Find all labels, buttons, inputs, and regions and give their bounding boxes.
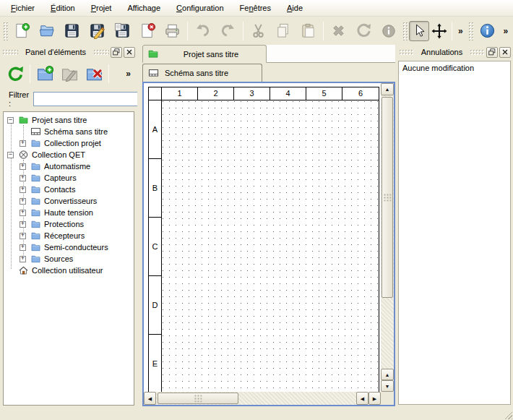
tree-item-automatisme[interactable]: Automatisme [4, 160, 134, 172]
scissors-icon [250, 22, 267, 39]
scroll-up-button[interactable] [381, 83, 394, 95]
folder-icon [30, 184, 41, 194]
scroll-down-button[interactable] [381, 380, 394, 392]
menu-edition[interactable]: Édition [43, 0, 83, 16]
menu-aide[interactable]: Aide [279, 0, 311, 16]
tree-item-protections[interactable]: Protections [4, 218, 134, 230]
scroll-right-button[interactable] [368, 392, 381, 405]
vertical-scroll-thumb[interactable] [381, 97, 393, 298]
tree-item-recepteurs[interactable]: Récepteurs [4, 230, 134, 241]
new-document-button[interactable] [9, 19, 35, 43]
expand-expander-icon[interactable] [20, 233, 26, 239]
close-document-button[interactable] [135, 19, 160, 43]
new-category-button[interactable] [33, 61, 57, 86]
schema-view: 1 2 3 4 5 6 A B C D E [142, 82, 395, 406]
cursor-arrow-icon [412, 23, 427, 38]
paste-button[interactable] [296, 19, 321, 43]
toolbar-drag-handle[interactable] [3, 22, 8, 40]
horizontal-scroll-track[interactable] [156, 392, 356, 405]
float-dock-button[interactable] [486, 47, 498, 58]
dock-splitter[interactable] [137, 45, 142, 420]
toolbar-drag-handle[interactable] [402, 22, 408, 40]
copy-button[interactable] [271, 19, 296, 43]
expand-expander-icon[interactable] [20, 187, 26, 193]
tree-item-collection-utilisateur[interactable]: Collection utilisateur [4, 265, 134, 276]
expand-expander-icon[interactable] [20, 175, 26, 181]
tree-item-schema-sans-titre[interactable]: Schéma sans titre [4, 126, 134, 137]
tree-item-convertisseurs[interactable]: Convertisseurs [4, 195, 134, 207]
scroll-left-button[interactable] [356, 392, 368, 405]
collapse-expander-icon[interactable] [7, 152, 14, 158]
floppy-icon [64, 22, 80, 39]
horizontal-scroll-thumb[interactable] [158, 393, 238, 404]
delete-button[interactable] [326, 19, 351, 43]
tree-item-haute-tension[interactable]: Haute tension [4, 207, 134, 218]
toolbar-overflow-button[interactable]: » [454, 26, 467, 36]
horizontal-scrollbar[interactable] [144, 392, 381, 405]
menu-affichage[interactable]: Affichage [119, 0, 168, 16]
schema-canvas[interactable]: 1 2 3 4 5 6 A B C D E [144, 83, 381, 392]
undo-list-item[interactable]: Aucune modification [399, 61, 510, 74]
elements-panel-titlebar[interactable]: Panel d'éléments [0, 45, 137, 59]
rotate-button[interactable] [351, 19, 376, 43]
vertical-scrollbar[interactable] [381, 83, 394, 392]
tree-item-projet-sans-titre[interactable]: Projet sans titre [4, 114, 134, 126]
scroll-left-button[interactable] [144, 392, 156, 405]
tree-item-label: Sources [44, 254, 73, 263]
project-area: Projet sans titre Schéma sans titre 1 2 … [142, 45, 395, 420]
schema-icon [147, 68, 160, 78]
toolbar-overflow-button[interactable]: » [499, 26, 512, 36]
about-button[interactable] [475, 19, 500, 43]
toolbar-overflow-button[interactable]: » [122, 69, 134, 79]
reload-collections-button[interactable] [3, 61, 27, 86]
tree-item-contacts[interactable]: Contacts [4, 184, 134, 195]
menu-projet[interactable]: Projet [83, 0, 120, 16]
save-button[interactable] [59, 19, 85, 43]
expand-expander-icon[interactable] [20, 163, 26, 170]
frame-column-header: 3 [234, 87, 270, 100]
collapse-expander-icon[interactable] [7, 117, 14, 124]
cut-button[interactable] [246, 19, 271, 43]
tab-projet-sans-titre[interactable]: Projet sans titre [142, 45, 267, 63]
expand-expander-icon[interactable] [20, 140, 26, 147]
menu-fichier[interactable]: Fichier [3, 0, 43, 16]
tree-item-collection-projet[interactable]: Collection projet [4, 137, 134, 149]
tree-item-capteurs[interactable]: Capteurs [4, 172, 134, 184]
close-dock-button[interactable] [124, 47, 135, 58]
tree-item-sources[interactable]: Sources [4, 253, 134, 265]
menu-configuration[interactable]: Configuration [168, 0, 231, 16]
menu-fenetres[interactable]: Fenêtres [232, 0, 279, 16]
cross-icon [330, 22, 347, 39]
save-as-button[interactable] [85, 19, 110, 43]
print-button[interactable] [160, 19, 186, 43]
expand-expander-icon[interactable] [20, 221, 26, 228]
toolbar-drag-handle[interactable] [468, 22, 473, 40]
toolbar-separator [452, 22, 452, 40]
expand-expander-icon[interactable] [20, 198, 26, 205]
edit-category-button[interactable] [57, 61, 82, 86]
undo-button[interactable] [190, 19, 215, 43]
close-dock-button[interactable] [499, 47, 511, 58]
expand-expander-icon[interactable] [20, 256, 26, 262]
visualisation-mode-button[interactable] [429, 21, 449, 41]
toolbar-separator [187, 22, 188, 40]
vertical-scroll-track[interactable] [381, 95, 394, 369]
undo-panel-titlebar[interactable]: Annulations [397, 45, 513, 59]
expand-expander-icon[interactable] [20, 210, 26, 216]
scroll-up-button[interactable] [381, 369, 394, 380]
redo-button[interactable] [215, 19, 241, 43]
tree-item-collection-qet[interactable]: Collection QET [4, 149, 134, 160]
tree-item-semi-conducteurs[interactable]: Semi-conducteurs [4, 241, 134, 253]
filter-input[interactable] [33, 92, 142, 106]
move-arrows-icon [431, 23, 447, 39]
selection-mode-button[interactable] [409, 21, 429, 41]
float-dock-button[interactable] [111, 47, 122, 58]
expand-expander-icon[interactable] [20, 244, 26, 251]
frame-drawing-area[interactable] [162, 100, 379, 392]
delete-category-button[interactable] [82, 61, 106, 86]
tab-schema-sans-titre[interactable]: Schéma sans titre [142, 64, 262, 82]
open-document-button[interactable] [35, 19, 60, 43]
save-all-button[interactable] [110, 19, 135, 43]
info-gray-icon [381, 23, 397, 39]
element-info-button[interactable] [376, 19, 402, 43]
